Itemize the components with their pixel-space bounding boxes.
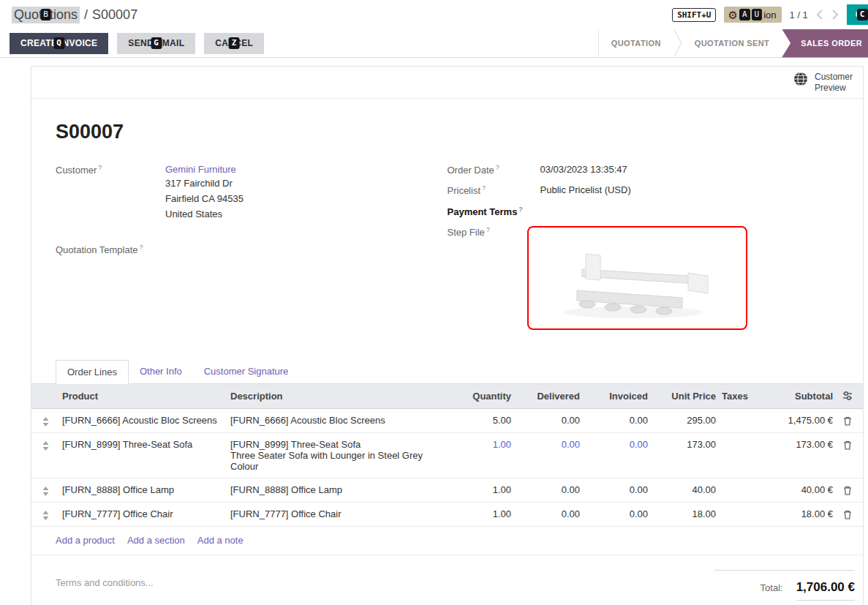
cell-unit-price: 40.00 [651, 484, 719, 495]
help-icon: ? [482, 184, 486, 192]
cell-quantity: 1.00 [447, 484, 514, 495]
cell-quantity: 1.00 [447, 508, 514, 519]
field-pricelist[interactable]: Pricelist? Public Pricelist (USD) [448, 184, 839, 196]
add-a-section-link[interactable]: Add a section [127, 535, 185, 546]
drag-handle-icon[interactable] [31, 415, 59, 426]
customer-preview-button[interactable]: Customer Preview [793, 72, 853, 94]
breadcrumb-quotations[interactable]: Quotations B [12, 7, 80, 23]
delete-row-icon[interactable] [836, 439, 859, 450]
status-quotation-sent[interactable]: QUOTATION SENT [682, 29, 782, 58]
cell-product: [FURN_6666] Acoustic Bloc Screens [59, 415, 227, 426]
table-row[interactable]: [FURN_6666] Acoustic Bloc Screens [FURN_… [31, 409, 863, 433]
customer-preview-label-line1: Customer [815, 72, 853, 82]
hotkey-badge-breadcrumb: B [40, 9, 51, 20]
delete-row-icon[interactable] [836, 415, 859, 426]
record-title: S00007 [56, 121, 839, 143]
help-icon: ? [518, 206, 523, 213]
drag-handle-icon[interactable] [31, 508, 59, 520]
send-email-button[interactable]: SEND EMAIL G [117, 33, 195, 54]
statusbar: QUOTATION QUOTATION SENT SALES ORDER [598, 29, 868, 58]
delete-row-icon[interactable] [836, 508, 859, 519]
status-separator-icon [673, 29, 682, 58]
cell-invoiced: 0.00 [583, 508, 651, 519]
create-button[interactable]: C Create [847, 4, 868, 25]
sheet-footer: Terms and conditions... Total: 1,706.00 … [31, 555, 863, 605]
cell-description: [FURN_6666] Acoustic Bloc Screens [227, 415, 447, 426]
step-file-image[interactable] [527, 226, 747, 330]
cancel-button[interactable]: CANCEL Z [204, 33, 264, 54]
header-description[interactable]: Description [227, 391, 447, 402]
add-a-note-link[interactable]: Add a note [197, 535, 244, 546]
hotkey-badge-shift-u: SHIFT+U [672, 8, 716, 22]
gear-icon: ⚙ [728, 10, 737, 20]
cell-subtotal: 1,475.00 € [754, 415, 836, 426]
form-view: Customer Preview S00007 Customer? Gemini… [0, 58, 868, 605]
help-icon: ? [98, 164, 102, 171]
cell-delivered: 0.00 [514, 508, 583, 519]
globe-icon [793, 72, 808, 86]
cell-product: [FURN_8999] Three-Seat Sofa [59, 439, 227, 450]
cell-delivered: 0.00 [514, 439, 583, 450]
header-product[interactable]: Product [59, 391, 227, 402]
hotkey-badge-u: U [752, 9, 763, 20]
field-customer: Customer? Gemini Furniture 317 Fairchild… [56, 164, 448, 222]
header-invoiced[interactable]: Invoiced [583, 391, 651, 402]
cell-delivered: 0.00 [514, 484, 583, 495]
cell-description: [FURN_7777] Office Chair [227, 508, 447, 519]
breadcrumb: Quotations B / S00007 [12, 7, 137, 23]
customer-address: 317 Fairchild Dr Fairfield CA 94535 Unit… [165, 176, 244, 222]
table-row[interactable]: [FURN_8999] Three-Seat Sofa [FURN_8999] … [31, 433, 863, 478]
pager-next-icon[interactable] [831, 9, 839, 20]
hotkey-badge-z: Z [229, 37, 240, 49]
table-row[interactable]: [FURN_7777] Office Chair [FURN_7777] Off… [31, 503, 863, 527]
pricelist-label: Pricelist? [448, 184, 540, 196]
field-payment-terms[interactable]: Payment Terms? [448, 206, 839, 217]
add-a-product-link[interactable]: Add a product [56, 535, 115, 546]
help-icon: ? [140, 244, 143, 251]
hotkey-badge-q: Q [53, 37, 64, 49]
cell-subtotal: 18.00 € [754, 508, 836, 519]
cell-invoiced: 0.00 [583, 439, 651, 450]
field-order-date[interactable]: Order Date? 03/03/2023 13:35:47 [448, 164, 839, 176]
status-quotation[interactable]: QUOTATION [599, 29, 673, 58]
payment-terms-label: Payment Terms? [448, 206, 540, 217]
delete-row-icon[interactable] [836, 484, 859, 495]
hotkey-badge-a: A [739, 9, 750, 20]
table-row[interactable]: [FURN_8888] Office Lamp [FURN_8888] Offi… [31, 478, 863, 503]
hotkey-badge-c: C [857, 9, 868, 20]
header-quantity[interactable]: Quantity [447, 391, 514, 402]
drag-handle-icon[interactable] [31, 439, 59, 451]
cell-quantity: 5.00 [447, 415, 514, 426]
terms-and-conditions-input[interactable]: Terms and conditions... [56, 570, 154, 601]
field-quotation-template[interactable]: Quotation Template? [56, 244, 448, 255]
drag-handle-icon[interactable] [31, 484, 59, 496]
fields-right-column: Order Date? 03/03/2023 13:35:47 Pricelis… [448, 164, 839, 339]
cell-quantity: 1.00 [447, 439, 514, 450]
action-menu-button[interactable]: ⚙ A U ion [724, 7, 781, 23]
cell-unit-price: 18.00 [651, 508, 719, 519]
list-footer-links: Add a product Add a section Add a note [31, 527, 863, 555]
help-icon: ? [496, 164, 499, 171]
order-date-label: Order Date? [448, 164, 540, 176]
tab-other-info[interactable]: Other Info [129, 360, 193, 384]
pricelist-value: Public Pricelist (USD) [540, 184, 631, 195]
optional-columns-toggle-icon[interactable] [836, 391, 859, 401]
header-subtotal[interactable]: Subtotal [754, 391, 836, 402]
create-invoice-button[interactable]: CREATE INVOICE Q [10, 33, 108, 54]
pager-previous-icon[interactable] [816, 9, 823, 20]
header-unit-price[interactable]: Unit Price [651, 391, 719, 402]
cell-invoiced: 0.00 [583, 484, 651, 495]
step-file-3d-render [542, 235, 732, 321]
totals-block: Total: 1,706.00 € [714, 570, 855, 601]
cell-description: [FURN_8999] Three-Seat Sofa Three Seater… [227, 439, 447, 472]
header-delivered[interactable]: Delivered [514, 391, 583, 402]
sheet: Customer Preview S00007 Customer? Gemini… [31, 66, 864, 605]
quotation-template-label: Quotation Template? [56, 244, 165, 255]
total-label: Total: [761, 582, 783, 593]
cell-delivered: 0.00 [514, 415, 583, 426]
customer-link[interactable]: Gemini Furniture [165, 164, 236, 175]
header-taxes[interactable]: Taxes [719, 391, 754, 402]
tab-order-lines[interactable]: Order Lines [56, 360, 129, 384]
tab-customer-signature[interactable]: Customer Signature [193, 360, 300, 384]
status-sales-order[interactable]: SALES ORDER [782, 29, 868, 58]
